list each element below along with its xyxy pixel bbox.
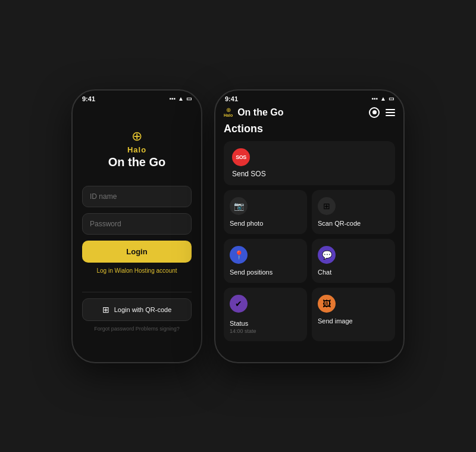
image-icon: 🖼: [318, 295, 336, 313]
sos-icon: SOS: [232, 148, 250, 166]
right-logo-wrap: ⊕ Halo: [224, 107, 233, 117]
send-photo-label: Send photo: [230, 220, 301, 227]
left-logo-area: ⊕ Halo On the Go: [108, 129, 166, 169]
record-dot: [372, 110, 377, 114]
id-name-input[interactable]: [82, 186, 192, 207]
right-app-title: On the Go: [237, 107, 364, 118]
left-app-title: On the Go: [108, 155, 166, 169]
status-card[interactable]: ✔ Status 14:00 state: [224, 288, 307, 341]
send-photo-card[interactable]: 📷 Send photo: [224, 190, 307, 234]
action-row-2: 📍 Send positions 💬 Chat: [224, 239, 395, 283]
actions-title: Actions: [224, 123, 395, 135]
signal-icon: ▪▪▪: [169, 95, 176, 102]
menu-button[interactable]: [386, 109, 395, 116]
wialon-link[interactable]: Log in Wialon Hosting account: [96, 267, 177, 274]
status-label: Status: [230, 320, 248, 327]
right-time: 9:41: [225, 95, 238, 102]
right-battery-icon: ▭: [389, 95, 394, 102]
record-button[interactable]: [369, 107, 380, 118]
send-image-card[interactable]: 🖼 Send image: [312, 288, 395, 341]
send-sos-card[interactable]: SOS Send SOS: [224, 141, 395, 185]
menu-line-2: [386, 112, 395, 113]
chat-label: Chat: [318, 269, 389, 276]
battery-icon: ▭: [186, 95, 192, 102]
location-icon: 📍: [230, 246, 248, 264]
send-positions-card[interactable]: 📍 Send positions: [224, 239, 307, 283]
right-status-bar: 9:41 ▪▪▪ ▲ ▭: [215, 91, 403, 105]
right-status-icons: ▪▪▪ ▲ ▭: [371, 95, 394, 102]
login-button[interactable]: Login: [82, 241, 192, 263]
right-brand-label: Halo: [224, 113, 233, 117]
left-status-icons: ▪▪▪ ▲ ▭: [169, 95, 192, 102]
scan-qr-label: Scan QR-code: [318, 220, 389, 227]
right-halo-icon: ⊕: [226, 107, 231, 113]
chat-card[interactable]: 💬 Chat: [312, 239, 395, 283]
right-wifi-icon: ▲: [380, 95, 386, 102]
action-row-1: 📷 Send photo ⊞ Scan QR-code: [224, 190, 395, 234]
menu-line-3: [386, 115, 395, 116]
qr-icon: ⊞: [102, 305, 109, 314]
halo-pin-icon: ⊕: [131, 129, 142, 144]
right-header: ⊕ Halo On the Go: [215, 105, 403, 123]
left-status-bar: 9:41 ▪▪▪ ▲ ▭: [73, 91, 201, 105]
action-row-3: ✔ Status 14:00 state 🖼 Send image: [224, 288, 395, 341]
header-actions: [369, 107, 395, 118]
status-label-wrap: Status 14:00 state: [230, 317, 301, 334]
qr-login-button[interactable]: ⊞ Login with QR-code: [82, 298, 192, 321]
left-phone: 9:41 ▪▪▪ ▲ ▭ ⊕ Halo On the Go Login Log …: [71, 89, 202, 363]
status-sub: 14:00 state: [230, 328, 301, 334]
password-input[interactable]: [82, 213, 192, 235]
status-icon: ✔: [230, 295, 248, 313]
wifi-icon: ▲: [178, 95, 184, 102]
chat-icon: 💬: [318, 246, 336, 264]
camera-icon: 📷: [230, 197, 248, 215]
right-signal-icon: ▪▪▪: [371, 95, 378, 102]
qr-button-label: Login with QR-code: [114, 306, 172, 313]
left-brand: Halo: [127, 145, 146, 154]
send-positions-label: Send positions: [230, 269, 301, 276]
right-scroll-area: Actions SOS Send SOS 📷 Send photo ⊞ Scan…: [215, 123, 403, 342]
send-sos-label: Send SOS: [232, 170, 387, 178]
scan-qr-card[interactable]: ⊞ Scan QR-code: [312, 190, 395, 234]
left-content: ⊕ Halo On the Go Login Log in Wialon Hos…: [73, 105, 201, 344]
right-phone: 9:41 ▪▪▪ ▲ ▭ ⊕ Halo On the Go Actions: [214, 89, 405, 363]
left-time: 9:41: [82, 95, 95, 102]
forgot-text[interactable]: Forgot password Problems signing?: [94, 326, 180, 332]
qr-scan-icon: ⊞: [318, 197, 336, 215]
send-image-label: Send image: [318, 317, 389, 325]
divider: [82, 292, 192, 292]
menu-line-1: [386, 109, 395, 110]
